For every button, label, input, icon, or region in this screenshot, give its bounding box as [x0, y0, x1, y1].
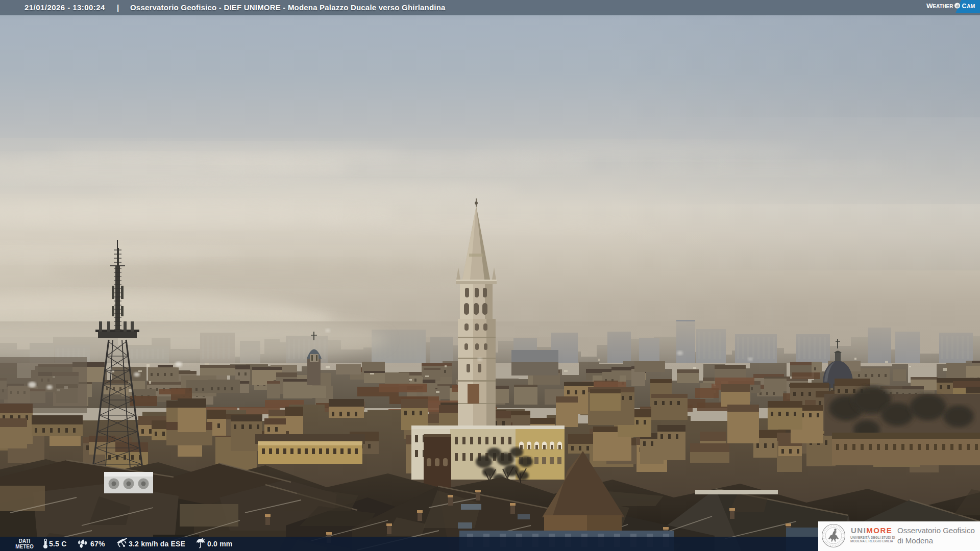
svg-text:AM: AM: [967, 3, 975, 9]
svg-text:C: C: [962, 3, 967, 10]
svg-text:EATHER: EATHER: [933, 4, 954, 9]
svg-text:W: W: [926, 2, 933, 10]
